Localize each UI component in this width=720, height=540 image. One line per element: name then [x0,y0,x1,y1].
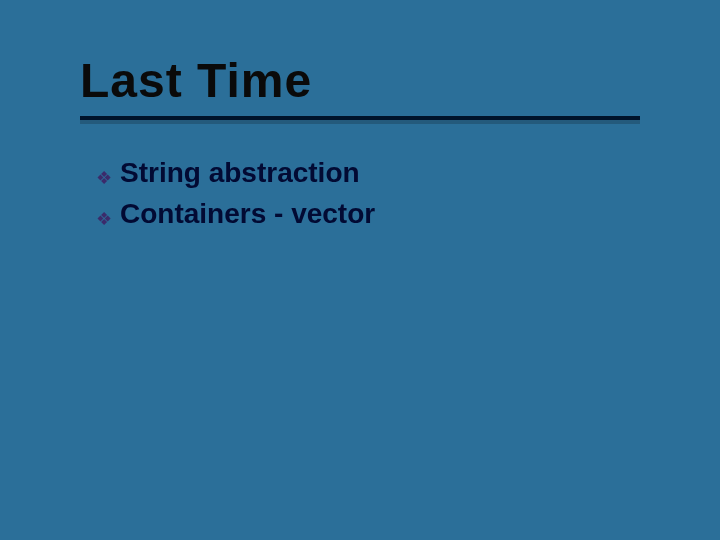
list-item: ❖ Containers - vector [96,196,636,231]
bullet-text: Containers - vector [120,196,375,231]
list-item: ❖ String abstraction [96,155,636,190]
title-block: Last Time [80,55,640,120]
diamond-bullet-icon: ❖ [96,210,112,228]
slide-title: Last Time [80,55,640,108]
diamond-bullet-icon: ❖ [96,169,112,187]
slide: Last Time ❖ String abstraction ❖ Contain… [0,0,720,540]
title-underline [80,116,640,120]
bullet-text: String abstraction [120,155,360,190]
slide-body: ❖ String abstraction ❖ Containers - vect… [96,155,636,237]
